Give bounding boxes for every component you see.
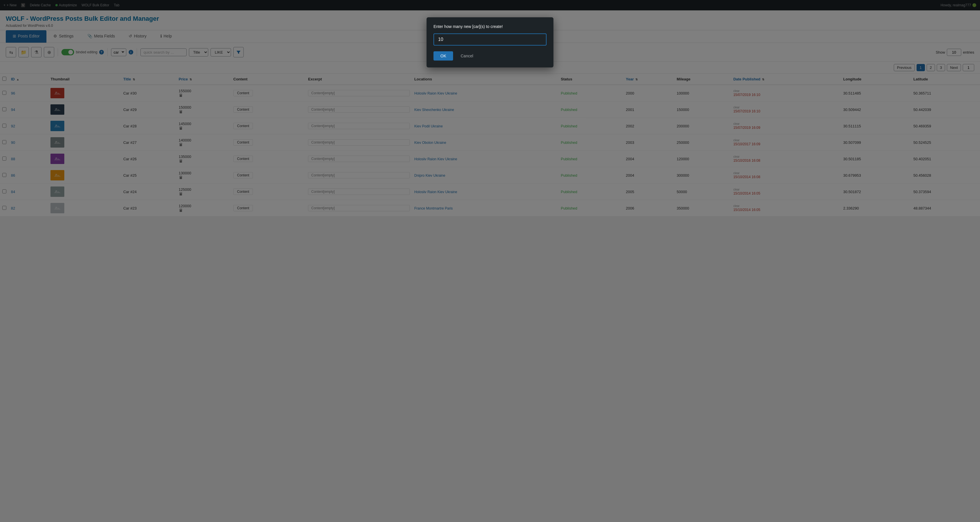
modal-actions: OK Cancel bbox=[433, 51, 547, 60]
modal-title: Enter how many new [car](s) to create! bbox=[433, 24, 547, 29]
modal-overlay[interactable]: Enter how many new [car](s) to create! O… bbox=[0, 0, 980, 216]
modal-dialog: Enter how many new [car](s) to create! O… bbox=[426, 17, 554, 67]
modal-ok-button[interactable]: OK bbox=[433, 51, 453, 60]
modal-cancel-button[interactable]: Cancel bbox=[456, 51, 478, 60]
modal-input[interactable] bbox=[433, 33, 547, 46]
